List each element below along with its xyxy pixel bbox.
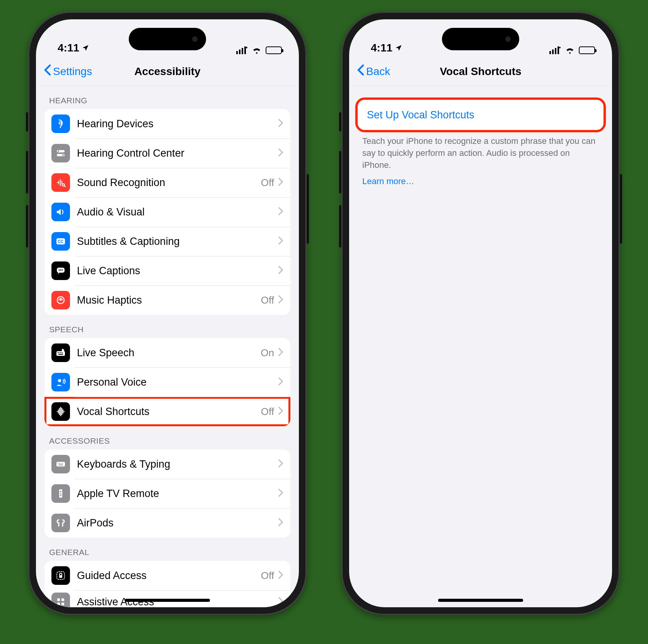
row-label: Hearing Devices	[70, 118, 278, 130]
home-indicator[interactable]	[125, 599, 210, 602]
svg-rect-0	[236, 51, 238, 54]
airpods-row[interactable]: AirPods	[44, 508, 290, 538]
nav-bar: Back Vocal Shortcuts	[349, 57, 612, 86]
row-label: Music Haptics	[70, 294, 261, 306]
row-label: Live Speech	[70, 347, 261, 359]
wifi-icon	[565, 46, 575, 54]
svg-rect-41	[549, 51, 551, 54]
guided-access-icon	[51, 566, 70, 585]
row-label: Sound Recognition	[70, 177, 261, 189]
svg-rect-40	[61, 603, 64, 605]
setup-vocal-shortcuts-button[interactable]: Set Up Vocal Shortcuts	[358, 100, 604, 130]
hearing-devices-row[interactable]: Hearing Devices	[44, 109, 290, 138]
svg-point-24	[58, 379, 61, 382]
learn-more-link[interactable]: Learn more…	[349, 171, 612, 186]
volume-up	[26, 151, 28, 193]
svg-rect-22	[61, 352, 63, 353]
vocal-shortcuts-row[interactable]: Vocal ShortcutsOff	[44, 397, 290, 426]
hearing-devices-icon	[51, 114, 70, 133]
svg-rect-2	[242, 48, 243, 54]
dynamic-island	[129, 28, 206, 50]
settings-group: Keyboards & TypingApple TV RemoteAirPods	[44, 449, 290, 538]
nav-back-label: Back	[366, 65, 390, 78]
svg-point-18	[60, 299, 61, 301]
svg-rect-33	[60, 494, 61, 494]
row-label: Vocal Shortcuts	[70, 406, 261, 418]
assistive-access-icon	[51, 593, 70, 607]
dynamic-island	[442, 28, 519, 50]
svg-point-45	[559, 47, 561, 48]
setup-vocal-shortcuts-label: Set Up Vocal Shortcuts	[367, 109, 474, 121]
airpods-icon	[51, 514, 70, 532]
keyboards-typing-row[interactable]: Keyboards & Typing	[44, 449, 290, 479]
svg-rect-42	[552, 50, 554, 54]
screen-accessibility: 4:11	[36, 19, 299, 607]
nav-bar: Settings Accessibility	[36, 57, 299, 86]
row-label: AirPods	[70, 517, 278, 529]
guided-access-row[interactable]: Guided AccessOff	[44, 561, 290, 590]
chevron-right-icon	[278, 236, 283, 246]
svg-rect-30	[58, 465, 63, 465]
apple-tv-remote-row[interactable]: Apple TV Remote	[44, 479, 290, 508]
cellular-icon	[236, 46, 248, 54]
svg-rect-28	[61, 463, 61, 464]
chevron-right-icon	[278, 295, 283, 305]
chevron-left-icon	[44, 64, 51, 79]
svg-point-16	[61, 269, 63, 270]
row-detail: Off	[261, 406, 274, 418]
apple-tv-remote-icon	[51, 484, 70, 503]
svg-rect-25	[56, 462, 65, 466]
chevron-right-icon	[278, 571, 283, 581]
section-header: HEARING	[36, 86, 299, 109]
power-button	[620, 174, 622, 244]
hearing-control-center-row[interactable]: Hearing Control Center	[44, 138, 290, 168]
music-haptics-row[interactable]: Music HapticsOff	[44, 285, 290, 315]
vocal-shortcuts-icon	[51, 402, 70, 421]
subtitles-captioning-row[interactable]: CCSubtitles & Captioning	[44, 227, 290, 256]
wifi-icon	[252, 46, 262, 54]
row-label: Apple TV Remote	[70, 488, 278, 500]
chevron-right-icon	[278, 459, 283, 469]
row-label: Audio & Visual	[70, 206, 278, 218]
svg-rect-37	[57, 598, 60, 601]
chevron-right-icon	[278, 119, 283, 129]
live-captions-row[interactable]: Live Captions	[44, 256, 290, 285]
location-icon	[82, 44, 89, 52]
nav-back-label: Settings	[53, 65, 92, 78]
row-label: Personal Voice	[70, 376, 278, 388]
svg-point-7	[58, 150, 59, 152]
volume-down	[339, 205, 341, 248]
chevron-right-icon	[278, 597, 283, 607]
svg-text:CC: CC	[58, 239, 63, 244]
live-captions-icon	[51, 261, 70, 280]
audio-visual-icon	[51, 203, 70, 221]
row-label: Keyboards & Typing	[70, 458, 278, 470]
setup-vocal-shortcuts-group: Set Up Vocal Shortcuts	[358, 100, 604, 130]
svg-rect-19	[56, 351, 65, 356]
sound-recognition-row[interactable]: Sound RecognitionOff	[44, 168, 290, 197]
live-speech-row[interactable]: Live SpeechOn	[44, 338, 290, 367]
status-time: 4:11	[371, 42, 392, 54]
vocal-shortcuts-content[interactable]: Set Up Vocal Shortcuts Teach your iPhone…	[349, 86, 612, 607]
svg-rect-36	[59, 575, 62, 578]
row-detail: Off	[261, 570, 274, 582]
row-detail: On	[261, 347, 274, 359]
nav-back-button[interactable]: Back	[357, 57, 390, 85]
chevron-right-icon	[278, 407, 283, 417]
section-header: SPEECH	[36, 315, 299, 338]
battery-icon	[579, 46, 595, 54]
row-detail: Off	[261, 294, 274, 306]
nav-back-button[interactable]: Settings	[44, 57, 92, 85]
personal-voice-row[interactable]: Personal Voice	[44, 367, 290, 397]
hearing-control-center-icon	[51, 144, 70, 162]
phone-right: 4:11	[341, 12, 620, 615]
svg-rect-38	[61, 598, 64, 601]
svg-rect-39	[57, 603, 60, 605]
row-label: Hearing Control Center	[70, 147, 278, 159]
settings-list[interactable]: HEARINGHearing DevicesHearing Control Ce…	[36, 86, 299, 607]
home-indicator[interactable]	[438, 599, 523, 602]
side-switch	[339, 112, 341, 132]
audio-visual-row[interactable]: Audio & Visual	[44, 197, 290, 227]
screen-vocal-shortcuts: 4:11	[349, 19, 612, 607]
settings-group: Live SpeechOnPersonal VoiceVocal Shortcu…	[44, 338, 290, 426]
